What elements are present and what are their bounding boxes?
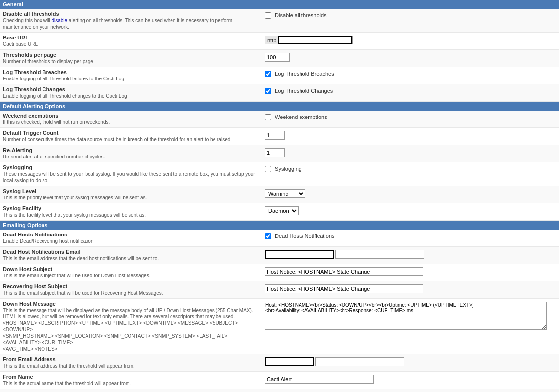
down-host-subject-input[interactable]: [265, 267, 423, 276]
desc-log-threshold-breaches: Enable logging of all Threshold failures…: [3, 76, 260, 82]
checkbox-label-syslogging: Syslogging: [275, 166, 301, 172]
checkbox-label-log-threshold-changes: Log Threshold Changes: [275, 88, 333, 94]
recovering-host-subject-input[interactable]: [265, 284, 423, 293]
checkbox-label-weekend-exemptions: Weekend exemptions: [275, 114, 327, 120]
row-dead-host-email: Dead Host Notifications Email This is th…: [0, 247, 559, 264]
dead-host-email-input1[interactable]: [265, 250, 334, 259]
label-dead-host-email: Dead Host Notifications Email: [3, 249, 260, 255]
row-from-email-address: From Email Address This is the email add…: [0, 354, 559, 372]
desc-from-email-address: This is the email address that the thres…: [3, 363, 260, 369]
from-email-input2[interactable]: [315, 357, 404, 366]
checkbox-dead-hosts-notifications[interactable]: [265, 233, 271, 239]
dead-host-email-input2[interactable]: [335, 250, 424, 259]
desc-log-threshold-changes: Enable logging of all Threshold changes …: [3, 93, 260, 99]
desc-thresholds-per-page: Number of thresholds to display per page: [3, 58, 260, 65]
row-dead-hosts-notifications: Dead Hosts Notifications Enable Dead/Rec…: [0, 230, 559, 247]
label-disable-all-thresholds: Disable all thresholds: [3, 11, 260, 17]
row-disable-all-thresholds: Disable all thresholds Checking this box…: [0, 9, 559, 33]
desc-dead-host-email: This is the email address that the dead …: [3, 255, 260, 262]
row-down-host-subject: Down Host Subject This is the email subj…: [0, 264, 559, 281]
desc-from-name: This is the actual name that the thresho…: [3, 380, 260, 387]
label-weekend-exemptions: Weekend exemptions: [3, 113, 260, 118]
default-trigger-count-input[interactable]: [265, 131, 285, 140]
checkbox-label-log-threshold-breaches: Log Threshold Breaches: [275, 71, 334, 77]
re-alerting-input[interactable]: [265, 148, 285, 157]
row-log-threshold-changes: Log Threshold Changes Enable logging of …: [0, 84, 559, 102]
section-general: General: [0, 0, 559, 9]
checkbox-label-disable-all-thresholds: Disable all thresholds: [275, 12, 327, 18]
row-base-url: Base URL Cacti base URL http: [0, 33, 559, 50]
from-name-input[interactable]: [265, 375, 374, 384]
thresholds-per-page-input[interactable]: [265, 53, 290, 62]
checkbox-log-threshold-changes[interactable]: [265, 88, 271, 94]
row-weekend-exemptions: Weekend exemptions If this is checked, t…: [0, 111, 559, 128]
desc-down-host-message: This is the message that will be display…: [3, 307, 260, 352]
label-base-url: Base URL: [3, 35, 260, 40]
label-re-alerting: Re-Alerting: [3, 147, 260, 153]
label-down-host-message: Down Host Message: [3, 301, 260, 307]
desc-base-url: Cacti base URL: [3, 41, 260, 47]
label-from-name: From Name: [3, 374, 260, 380]
label-syslogging: Syslogging: [3, 164, 260, 170]
label-from-email-address: From Email Address: [3, 356, 260, 362]
row-down-host-message: Down Host Message This is the message th…: [0, 299, 559, 354]
row-syslog-facility: Syslog Facility This is the facility lev…: [0, 203, 559, 221]
row-log-threshold-breaches: Log Threshold Breaches Enable logging of…: [0, 67, 559, 84]
checkbox-weekend-exemptions[interactable]: [265, 114, 271, 120]
checkbox-disable-all-thresholds[interactable]: [265, 12, 271, 19]
desc-weekend-exemptions: If this is checked, thold will not run o…: [3, 119, 260, 125]
label-dead-hosts-notifications: Dead Hosts Notifications: [3, 232, 260, 237]
row-syslog-level: Syslog Level This is the priority level …: [0, 186, 559, 203]
checkbox-log-threshold-breaches[interactable]: [265, 71, 271, 77]
label-syslog-level: Syslog Level: [3, 188, 260, 194]
down-host-message-textarea[interactable]: Host: <HOSTNAME><br>Status: <DOWN/UP><br…: [265, 302, 547, 330]
label-log-threshold-breaches: Log Threshold Breaches: [3, 69, 260, 75]
row-re-alerting: Re-Alerting Re-send alert after specifie…: [0, 145, 559, 162]
checkbox-syslogging[interactable]: [265, 166, 271, 172]
row-thresholds-per-page: Thresholds per page Number of thresholds…: [0, 50, 559, 67]
section-emailing: Emailing Options: [0, 221, 559, 230]
desc-syslog-facility: This is the facility level that your sys…: [3, 212, 260, 218]
desc-syslogging: These messages will be sent to your loca…: [3, 171, 260, 184]
desc-disable-all-thresholds: Checking this box will disable alerting …: [3, 17, 260, 30]
desc-recovering-host-subject: This is the email subject that will be u…: [3, 290, 260, 296]
label-syslog-facility: Syslog Facility: [3, 205, 260, 211]
row-threshold-alert-message: Threshold Alert Message This is the mess…: [0, 389, 559, 392]
from-email-input1[interactable]: [265, 357, 314, 366]
checkbox-label-dead-hosts-notifications: Dead Hosts Notifications: [275, 233, 334, 239]
base-url-input2[interactable]: [352, 36, 441, 44]
label-thresholds-per-page: Thresholds per page: [3, 52, 260, 58]
label-log-threshold-changes: Log Threshold Changes: [3, 86, 260, 92]
row-syslogging: Syslogging These messages will be sent t…: [0, 162, 559, 186]
label-recovering-host-subject: Recovering Host Subject: [3, 283, 260, 289]
label-default-trigger-count: Default Trigger Count: [3, 130, 260, 136]
label-down-host-subject: Down Host Subject: [3, 266, 260, 272]
url-prefix: http: [265, 36, 278, 44]
syslog-facility-select[interactable]: Daemon Kernel User Mail News UUCP Cron: [265, 206, 299, 215]
desc-re-alerting: Re-send alert after specified number of …: [3, 154, 260, 160]
desc-down-host-subject: This is the email subject that will be u…: [3, 273, 260, 279]
settings-page: General Disable all thresholds Checking …: [0, 0, 559, 392]
syslog-level-select[interactable]: Warning Critical Alert Emergency Notice …: [265, 189, 305, 198]
row-recovering-host-subject: Recovering Host Subject This is the emai…: [0, 281, 559, 299]
desc-default-trigger-count: Number of consecutive times the data sou…: [3, 136, 260, 143]
row-default-trigger-count: Default Trigger Count Number of consecut…: [0, 128, 559, 145]
section-default-alerting: Default Alerting Options: [0, 102, 559, 111]
desc-syslog-level: This is the priority level that your sys…: [3, 195, 260, 201]
base-url-input1[interactable]: [278, 36, 352, 44]
desc-dead-hosts-notifications: Enable Dead/Recovering host notification: [3, 238, 260, 244]
row-from-name: From Name This is the actual name that t…: [0, 372, 559, 389]
